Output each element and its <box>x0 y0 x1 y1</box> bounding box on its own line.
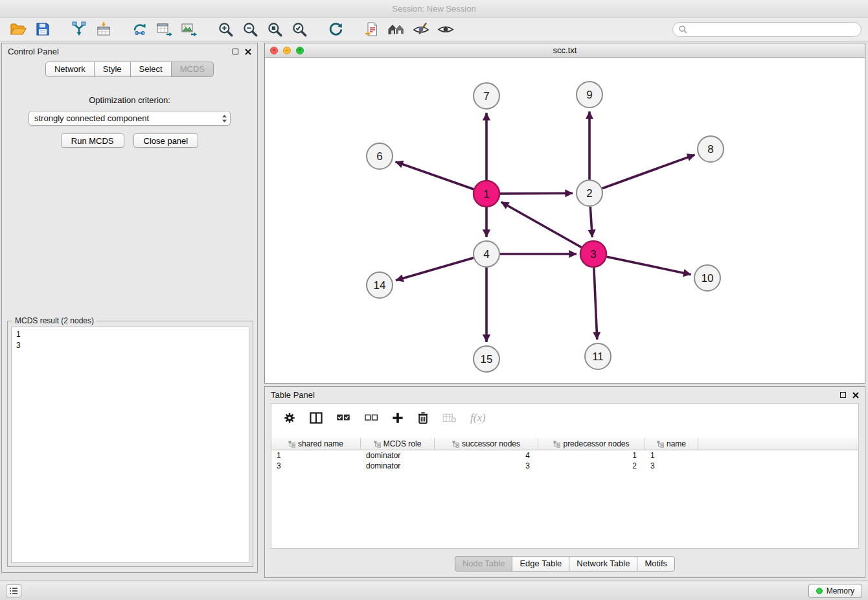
table-row[interactable]: 1dominator411 <box>271 450 858 461</box>
open-session-button[interactable] <box>6 19 30 39</box>
network-overview-button[interactable] <box>385 19 408 39</box>
column-tree-icon <box>452 441 459 448</box>
tab-select[interactable]: Select <box>130 62 172 77</box>
close-window-button[interactable]: × <box>270 47 278 54</box>
show-columns-button[interactable] <box>310 412 323 424</box>
node-11[interactable]: 11 <box>585 343 611 369</box>
edge-3-10[interactable] <box>607 257 691 274</box>
table-header-row: shared name MCDS role successor nodes pr… <box>271 438 858 450</box>
new-network-button[interactable] <box>128 19 152 39</box>
edge-3-11[interactable] <box>594 268 597 340</box>
network-view-window: scc.txt × − + 7968124314101511 <box>264 43 865 384</box>
task-history-button[interactable] <box>6 584 21 597</box>
import-table-button[interactable] <box>92 19 115 39</box>
delete-table-button[interactable] <box>442 413 457 423</box>
network-canvas[interactable]: 7968124314101511 <box>265 58 865 383</box>
close-table-panel-icon[interactable] <box>852 392 859 398</box>
search-box[interactable] <box>672 22 862 37</box>
criterion-dropdown[interactable]: strongly connected component <box>29 111 231 126</box>
edge-1-6[interactable] <box>396 162 474 189</box>
node-3[interactable]: 3 <box>580 241 606 267</box>
node-8[interactable]: 8 <box>698 136 724 162</box>
network-window-titlebar[interactable]: scc.txt × − + <box>265 43 865 58</box>
edge-3-1[interactable] <box>501 202 582 248</box>
table-body: 1dominator4113dominator323 <box>271 450 858 471</box>
column-header-label: shared name <box>298 439 343 448</box>
column-header-MCDS-role[interactable]: MCDS role <box>361 438 435 450</box>
node-14[interactable]: 14 <box>367 272 393 298</box>
graphics-details-button[interactable] <box>409 19 433 39</box>
delete-column-button[interactable] <box>417 411 429 424</box>
node-2[interactable]: 2 <box>577 180 602 206</box>
table-cell: 1 <box>645 450 698 461</box>
edge-4-14[interactable] <box>396 258 474 281</box>
float-panel-icon[interactable] <box>233 49 238 54</box>
mcds-result-item[interactable]: 3 <box>16 340 244 351</box>
close-panel-button[interactable]: Close panel <box>133 133 199 148</box>
column-header-successor-nodes[interactable]: successor nodes <box>435 438 538 450</box>
tab-network[interactable]: Network <box>45 62 95 77</box>
zoom-out-button[interactable] <box>238 19 262 39</box>
zoom-fit-button[interactable] <box>263 19 286 39</box>
maximize-window-button[interactable]: + <box>296 47 304 54</box>
export-table-button[interactable] <box>153 19 176 39</box>
run-mcds-button[interactable]: Run MCDS <box>61 133 124 148</box>
node-7[interactable]: 7 <box>474 83 499 109</box>
gear-icon <box>283 411 296 424</box>
table-row[interactable]: 3dominator323 <box>271 461 858 471</box>
mcds-result-group: MCDS result (2 nodes) 13 <box>7 321 253 567</box>
node-1[interactable]: 1 <box>474 181 499 207</box>
create-column-button[interactable] <box>392 412 404 424</box>
graph-svg: 7968124314101511 <box>265 58 865 383</box>
refresh-view-button[interactable] <box>324 19 347 39</box>
save-session-button[interactable] <box>31 19 54 39</box>
column-header-predecessor-nodes[interactable]: predecessor nodes <box>538 438 645 450</box>
node-9[interactable]: 9 <box>577 82 602 108</box>
edge-1-2[interactable] <box>500 193 573 194</box>
show-hide-graphics-button[interactable] <box>434 19 457 39</box>
edge-2-3[interactable] <box>590 207 592 237</box>
network-refresh-icon <box>132 21 148 37</box>
memory-button[interactable]: Memory <box>808 584 862 598</box>
column-tree-icon <box>288 441 295 448</box>
zoom-in-button[interactable] <box>214 19 237 39</box>
tab-motifs[interactable]: Motifs <box>637 556 675 571</box>
close-panel-icon[interactable] <box>245 49 251 55</box>
node-6[interactable]: 6 <box>367 143 393 169</box>
search-input[interactable] <box>691 25 855 34</box>
node-4[interactable]: 4 <box>474 241 499 267</box>
tab-edge-table[interactable]: Edge Table <box>512 556 569 571</box>
node-label: 1 <box>483 188 489 200</box>
tab-node-table[interactable]: Node Table <box>455 556 513 571</box>
open-folder-icon <box>10 22 27 36</box>
deselect-all-rows-button[interactable] <box>364 413 378 423</box>
columns-icon <box>310 412 323 424</box>
import-network-button[interactable] <box>67 19 91 39</box>
memory-label: Memory <box>827 586 854 595</box>
tab-mcds[interactable]: MCDS <box>171 62 214 77</box>
mcds-result-list[interactable]: 13 <box>11 327 249 563</box>
table-settings-button[interactable] <box>283 411 296 424</box>
function-builder-button[interactable]: f(x) <box>470 411 486 424</box>
minimize-window-button[interactable]: − <box>283 47 291 54</box>
node-label: 11 <box>592 351 604 363</box>
edge-2-8[interactable] <box>602 155 695 189</box>
export-image-button[interactable] <box>177 19 201 39</box>
tab-network-table[interactable]: Network Table <box>569 556 637 571</box>
column-header-name[interactable]: name <box>645 438 698 450</box>
select-all-rows-button[interactable] <box>336 413 350 423</box>
column-header-shared-name[interactable]: shared name <box>271 438 361 450</box>
zoom-fit-icon <box>266 21 283 38</box>
unchecked-boxes-icon <box>364 413 378 423</box>
mcds-result-item[interactable]: 1 <box>16 329 244 340</box>
tab-style[interactable]: Style <box>94 62 131 77</box>
apply-layout-button[interactable] <box>360 19 383 39</box>
node-10[interactable]: 10 <box>694 265 720 291</box>
criterion-dropdown-value: strongly connected component <box>34 113 149 123</box>
float-table-panel-icon[interactable] <box>840 392 846 398</box>
control-panel-tabs: NetworkStyleSelectMCDS <box>2 62 257 77</box>
refresh-icon <box>328 21 344 38</box>
export-image-icon <box>181 21 198 37</box>
node-15[interactable]: 15 <box>474 346 499 372</box>
zoom-selected-button[interactable] <box>288 19 311 39</box>
